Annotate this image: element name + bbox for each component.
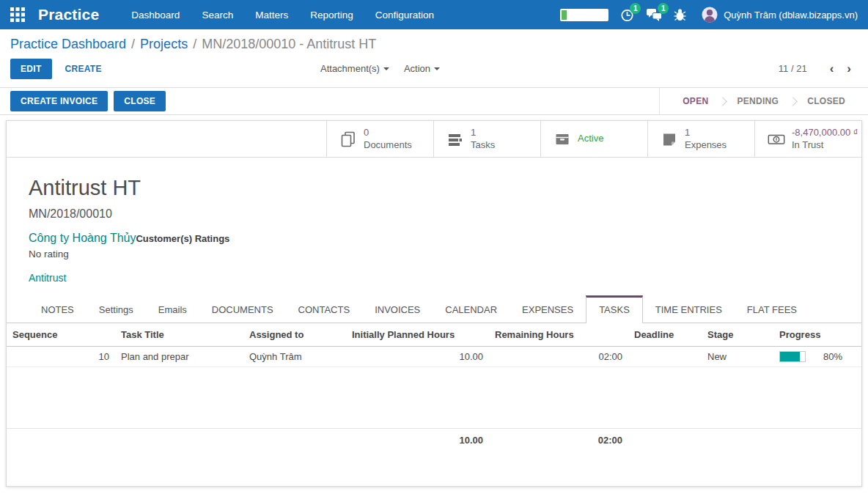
create-button[interactable]: CREATE — [65, 64, 102, 74]
user-menu[interactable]: Quỳnh Trâm (dblaw.bizapps.vn) — [702, 7, 858, 23]
tasks-label: Tasks — [471, 139, 495, 152]
breadcrumb: Practice Dashboard/Projects/MN/2018/0001… — [10, 37, 858, 52]
apps-grid-icon[interactable] — [10, 7, 26, 23]
empty-rows-area — [7, 367, 861, 429]
pager-value: 11 / 21 — [779, 63, 807, 74]
control-panel-buttons: EDIT CREATE Attachment(s) Action 11 / 21… — [10, 59, 858, 78]
breadcrumb-separator: / — [131, 37, 135, 51]
menu-configuration[interactable]: Configuration — [375, 10, 434, 21]
expenses-stat-button[interactable]: 1Expenses — [647, 121, 754, 157]
tab-documents[interactable]: DOCUMENTS — [199, 297, 286, 323]
tab-notes[interactable]: NOTES — [29, 297, 87, 323]
record-reference: MN/2018/00010 — [29, 207, 838, 221]
expenses-count: 1 — [685, 127, 727, 139]
close-button[interactable]: CLOSE — [114, 91, 166, 111]
tab-settings[interactable]: Settings — [87, 297, 146, 323]
col-remaining-hours[interactable]: Remaining Hours — [489, 323, 628, 347]
timer-progress-strip — [562, 10, 567, 20]
user-name: Quỳnh Trâm (dblaw.bizapps.vn) — [724, 10, 858, 21]
breadcrumb-projects[interactable]: Projects — [140, 37, 188, 51]
cell-remaining-hours: 02:00 — [489, 347, 628, 367]
stage-arrow-icon — [718, 97, 728, 106]
tab-expenses[interactable]: EXPENSES — [510, 297, 586, 323]
stage-pending[interactable]: PENDING — [727, 96, 788, 106]
col-progress[interactable]: Progress — [773, 323, 861, 347]
activity-badge: 1 — [630, 3, 641, 14]
pager: 11 / 21 ‹ › — [779, 62, 858, 76]
activity-clock-icon[interactable]: 1 — [619, 7, 635, 23]
in-trust-amount: -8,470,000.00 ₫ — [792, 127, 858, 139]
chevron-down-icon — [383, 67, 389, 70]
breadcrumb-practice-dashboard[interactable]: Practice Dashboard — [10, 37, 126, 51]
tab-calendar[interactable]: CALENDAR — [433, 297, 510, 323]
active-status: Active — [578, 133, 603, 145]
menu-dashboard[interactable]: Dashboard — [131, 10, 180, 21]
avatar — [702, 7, 718, 23]
col-planned-hours[interactable]: Initially Planned Hours — [346, 323, 489, 347]
stat-button-box: 0Documents 1Tasks Active 1Expenses — [7, 121, 861, 158]
ratings-value: No rating — [29, 248, 838, 259]
tasks-icon — [446, 130, 465, 149]
table-row[interactable]: 10 Plan and prepar Quỳnh Trâm 10.00 02:0… — [7, 347, 861, 367]
form-sheet: 0Documents 1Tasks Active 1Expenses — [6, 120, 862, 487]
menu-reporting[interactable]: Reporting — [310, 10, 353, 21]
active-stat-button[interactable]: Active — [540, 121, 647, 157]
control-panel-dropdowns: Attachment(s) Action — [320, 63, 440, 74]
customer-link[interactable]: Công ty Hoàng Thủy — [29, 232, 136, 245]
col-deadline[interactable]: Deadline — [628, 323, 702, 347]
cell-assigned-to: Quỳnh Trâm — [243, 347, 346, 367]
expenses-icon — [660, 130, 679, 149]
app-brand[interactable]: Practice — [38, 6, 99, 23]
tab-contacts[interactable]: CONTACTS — [286, 297, 363, 323]
attachments-label: Attachment(s) — [320, 63, 380, 74]
progress-bar — [779, 351, 806, 362]
bug-icon[interactable] — [674, 8, 686, 21]
cell-sequence: 10 — [7, 347, 115, 367]
practice-area-link[interactable]: Antitrust — [29, 272, 66, 284]
action-label: Action — [404, 63, 430, 74]
total-planned-hours: 10.00 — [346, 429, 489, 452]
menu-matters[interactable]: Matters — [255, 10, 288, 21]
record-header: Antitrust HT MN/2018/00010 Công ty Hoàng… — [7, 158, 861, 284]
stage-arrow-icon — [788, 97, 798, 106]
archive-icon — [553, 130, 572, 149]
tab-invoices[interactable]: INVOICES — [362, 297, 433, 323]
action-dropdown[interactable]: Action — [404, 63, 440, 74]
table-totals-row: 10.00 02:00 — [7, 429, 861, 452]
tab-time-entries[interactable]: TIME ENTRIES — [643, 297, 735, 323]
tab-flat-fees[interactable]: FLAT FEES — [735, 297, 809, 323]
cell-progress: 80% — [773, 347, 861, 367]
breadcrumb-current: MN/2018/00010 - Antitrust HT — [202, 37, 376, 51]
col-sequence[interactable]: Sequence — [7, 323, 115, 347]
attachments-dropdown[interactable]: Attachment(s) — [320, 63, 389, 74]
stage-closed[interactable]: CLOSED — [798, 96, 855, 106]
col-assigned-to[interactable]: Assigned to — [243, 323, 346, 347]
money-icon — [767, 130, 786, 149]
edit-button[interactable]: EDIT — [10, 59, 52, 79]
in-trust-stat-button[interactable]: -8,470,000.00 ₫In Trust — [754, 121, 861, 157]
tab-tasks[interactable]: TASKS — [586, 295, 643, 323]
pager-previous-icon[interactable]: ‹ — [823, 62, 841, 76]
chevron-down-icon — [434, 67, 440, 70]
pager-next-icon[interactable]: › — [840, 62, 858, 76]
statusbar-buttons: CREATE INVOICE CLOSE — [10, 91, 166, 111]
in-trust-label: In Trust — [792, 139, 858, 152]
stage-open[interactable]: OPEN — [673, 96, 718, 106]
table-header-row: Sequence Task Title Assigned to Initiall… — [7, 323, 861, 347]
messages-icon[interactable]: 1 — [646, 7, 663, 22]
create-invoice-button[interactable]: CREATE INVOICE — [10, 91, 108, 111]
tasks-count: 1 — [471, 127, 495, 139]
record-title: Antitrust HT — [29, 176, 838, 200]
documents-stat-button[interactable]: 0Documents — [326, 121, 433, 157]
tasks-stat-button[interactable]: 1Tasks — [433, 121, 540, 157]
col-stage[interactable]: Stage — [702, 323, 773, 347]
main-menu: Dashboard Search Matters Reporting Confi… — [131, 10, 434, 21]
timer-input[interactable] — [560, 9, 608, 21]
cell-planned-hours: 10.00 — [346, 347, 489, 367]
tab-emails[interactable]: Emails — [146, 297, 199, 323]
total-remaining-hours: 02:00 — [489, 429, 628, 452]
col-task-title[interactable]: Task Title — [115, 323, 243, 347]
documents-label: Documents — [364, 139, 412, 152]
expenses-label: Expenses — [685, 139, 727, 152]
menu-search[interactable]: Search — [202, 10, 233, 21]
